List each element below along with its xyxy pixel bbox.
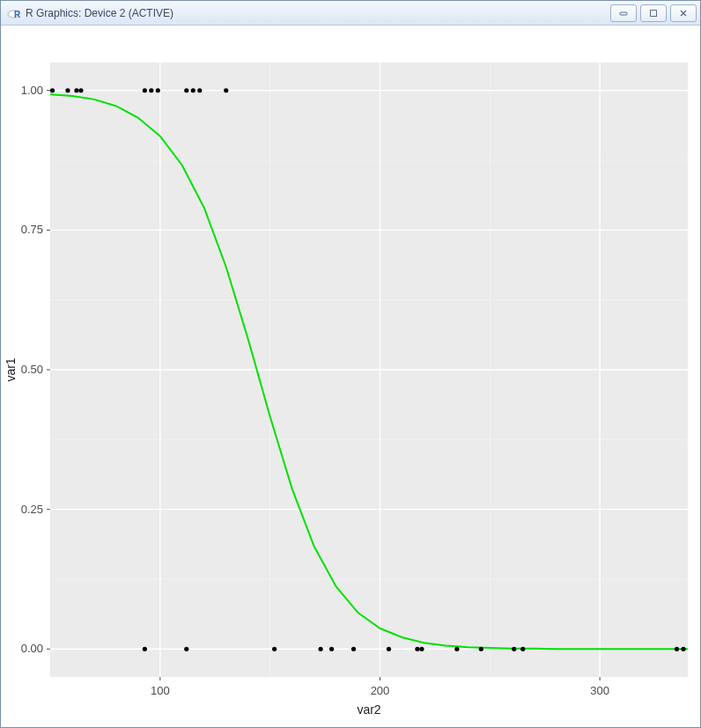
window-title: R Graphics: Device 2 (ACTIVE) <box>26 7 605 19</box>
maximize-button[interactable] <box>640 4 667 22</box>
data-point <box>419 647 424 651</box>
data-point <box>520 647 525 651</box>
y-tick-label: 1.00 <box>21 84 43 97</box>
data-point <box>156 88 160 92</box>
data-point <box>65 88 70 92</box>
data-point <box>387 647 391 651</box>
data-point <box>143 647 147 651</box>
close-button[interactable] <box>670 4 697 22</box>
data-point <box>197 88 202 92</box>
svg-rect-4 <box>651 10 657 16</box>
data-point <box>329 647 334 651</box>
ggplot-chart: 1002003000.000.250.500.751.00var2var1 <box>1 26 700 727</box>
data-point <box>191 88 196 92</box>
app-window: R R Graphics: Device 2 (ACTIVE) 10020030… <box>0 0 701 728</box>
y-tick-label: 0.00 <box>21 642 43 655</box>
x-tick-label: 300 <box>590 684 609 697</box>
data-point <box>74 88 78 92</box>
data-point <box>272 647 277 651</box>
data-point <box>224 88 228 92</box>
data-point <box>143 88 147 92</box>
data-point <box>512 647 516 651</box>
y-tick-label: 0.25 <box>21 503 43 516</box>
window-controls <box>610 4 697 22</box>
x-tick-label: 200 <box>371 684 390 697</box>
y-tick-label: 0.75 <box>21 223 43 236</box>
data-point <box>318 647 322 651</box>
data-point <box>50 88 55 92</box>
svg-rect-3 <box>620 12 627 15</box>
titlebar[interactable]: R R Graphics: Device 2 (ACTIVE) <box>1 1 700 26</box>
data-point <box>675 647 679 651</box>
data-point <box>78 88 83 92</box>
data-point <box>479 647 483 651</box>
data-point <box>351 647 356 651</box>
data-point <box>184 88 188 92</box>
x-axis-title: var2 <box>357 702 380 717</box>
data-point <box>149 88 153 92</box>
plot-device: 1002003000.000.250.500.751.00var2var1 <box>1 26 700 727</box>
minimize-button[interactable] <box>610 4 637 22</box>
data-point <box>454 647 459 651</box>
y-axis-title: var1 <box>4 357 18 381</box>
svg-text:R: R <box>14 10 20 19</box>
data-point <box>681 647 685 651</box>
data-point <box>184 647 188 651</box>
y-tick-label: 0.50 <box>21 363 43 376</box>
r-app-icon: R <box>6 6 20 20</box>
data-point <box>415 647 419 651</box>
x-tick-label: 100 <box>151 684 170 697</box>
